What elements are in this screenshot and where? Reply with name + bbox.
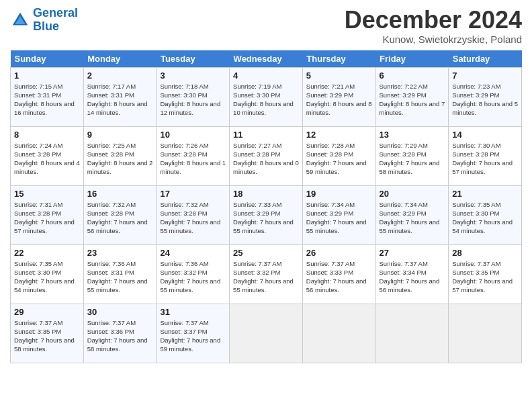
day-number: 1 xyxy=(14,71,80,81)
calendar-cell: 1 Sunrise: 7:15 AMSunset: 3:31 PMDayligh… xyxy=(11,67,84,126)
logo-text: General Blue xyxy=(33,7,78,34)
logo-line2: Blue xyxy=(33,19,59,33)
calendar-cell: 13 Sunrise: 7:29 AMSunset: 3:28 PMDaylig… xyxy=(375,126,449,185)
calendar-cell: 7 Sunrise: 7:23 AMSunset: 3:29 PMDayligh… xyxy=(449,67,522,126)
calendar-week-5: 29 Sunrise: 7:37 AMSunset: 3:35 PMDaylig… xyxy=(11,304,522,363)
calendar-table: SundayMondayTuesdayWednesdayThursdayFrid… xyxy=(10,50,522,363)
day-number: 17 xyxy=(160,189,226,199)
day-info: Sunrise: 7:29 AMSunset: 3:28 PMDaylight:… xyxy=(380,142,440,176)
location: Kunow, Swietokrzyskie, Poland xyxy=(345,34,522,45)
calendar-cell: 10 Sunrise: 7:26 AMSunset: 3:28 PMDaylig… xyxy=(157,126,230,185)
calendar-cell: 5 Sunrise: 7:21 AMSunset: 3:29 PMDayligh… xyxy=(302,67,375,126)
day-number: 7 xyxy=(452,71,518,81)
calendar-cell: 16 Sunrise: 7:32 AMSunset: 3:28 PMDaylig… xyxy=(83,185,157,244)
calendar-cell: 15 Sunrise: 7:31 AMSunset: 3:28 PMDaylig… xyxy=(11,185,84,244)
day-number: 10 xyxy=(160,130,226,140)
day-info: Sunrise: 7:35 AMSunset: 3:30 PMDaylight:… xyxy=(14,260,75,294)
weekday-header-wednesday: Wednesday xyxy=(230,50,303,68)
calendar-cell: 23 Sunrise: 7:36 AMSunset: 3:31 PMDaylig… xyxy=(83,244,157,304)
calendar-cell: 24 Sunrise: 7:36 AMSunset: 3:32 PMDaylig… xyxy=(157,244,230,304)
calendar-body: 1 Sunrise: 7:15 AMSunset: 3:31 PMDayligh… xyxy=(11,67,522,363)
calendar-cell: 14 Sunrise: 7:30 AMSunset: 3:28 PMDaylig… xyxy=(449,126,522,185)
day-number: 26 xyxy=(306,248,372,258)
calendar-cell: 21 Sunrise: 7:35 AMSunset: 3:30 PMDaylig… xyxy=(449,185,522,244)
day-number: 22 xyxy=(14,248,80,258)
calendar-cell: 8 Sunrise: 7:24 AMSunset: 3:28 PMDayligh… xyxy=(11,126,84,185)
calendar-cell: 22 Sunrise: 7:35 AMSunset: 3:30 PMDaylig… xyxy=(11,244,84,304)
day-number: 3 xyxy=(160,71,226,81)
calendar-cell: 2 Sunrise: 7:17 AMSunset: 3:31 PMDayligh… xyxy=(83,67,157,126)
day-info: Sunrise: 7:25 AMSunset: 3:28 PMDaylight:… xyxy=(87,142,153,176)
day-info: Sunrise: 7:32 AMSunset: 3:28 PMDaylight:… xyxy=(87,201,148,235)
day-info: Sunrise: 7:37 AMSunset: 3:32 PMDaylight:… xyxy=(233,260,294,294)
day-number: 14 xyxy=(452,130,518,140)
calendar-cell: 25 Sunrise: 7:37 AMSunset: 3:32 PMDaylig… xyxy=(230,244,303,304)
day-info: Sunrise: 7:19 AMSunset: 3:30 PMDaylight:… xyxy=(233,83,294,117)
day-info: Sunrise: 7:23 AMSunset: 3:29 PMDaylight:… xyxy=(452,83,518,117)
logo: General Blue xyxy=(10,7,78,34)
title-area: December 2024 Kunow, Swietokrzyskie, Pol… xyxy=(345,7,522,45)
day-info: Sunrise: 7:37 AMSunset: 3:34 PMDaylight:… xyxy=(380,260,440,294)
day-info: Sunrise: 7:33 AMSunset: 3:29 PMDaylight:… xyxy=(233,201,294,235)
day-info: Sunrise: 7:37 AMSunset: 3:35 PMDaylight:… xyxy=(452,260,513,294)
calendar-week-4: 22 Sunrise: 7:35 AMSunset: 3:30 PMDaylig… xyxy=(11,244,522,304)
day-info: Sunrise: 7:36 AMSunset: 3:31 PMDaylight:… xyxy=(87,260,148,294)
day-number: 16 xyxy=(87,189,153,199)
weekday-header-friday: Friday xyxy=(375,50,449,68)
day-number: 11 xyxy=(233,130,299,140)
calendar-cell: 6 Sunrise: 7:22 AMSunset: 3:29 PMDayligh… xyxy=(375,67,449,126)
day-info: Sunrise: 7:28 AMSunset: 3:28 PMDaylight:… xyxy=(306,142,367,176)
calendar-cell xyxy=(302,304,375,363)
day-info: Sunrise: 7:32 AMSunset: 3:28 PMDaylight:… xyxy=(160,201,220,235)
day-info: Sunrise: 7:27 AMSunset: 3:28 PMDaylight:… xyxy=(233,142,299,176)
day-number: 13 xyxy=(380,130,445,140)
weekday-header-thursday: Thursday xyxy=(302,50,375,68)
day-info: Sunrise: 7:21 AMSunset: 3:29 PMDaylight:… xyxy=(306,83,372,117)
calendar-cell: 27 Sunrise: 7:37 AMSunset: 3:34 PMDaylig… xyxy=(375,244,449,304)
calendar-cell: 31 Sunrise: 7:37 AMSunset: 3:37 PMDaylig… xyxy=(157,304,230,363)
day-number: 31 xyxy=(160,307,226,317)
logo-icon xyxy=(10,10,30,30)
calendar-cell xyxy=(375,304,449,363)
day-number: 18 xyxy=(233,189,299,199)
calendar-container: General Blue December 2024 Kunow, Swieto… xyxy=(0,0,532,411)
day-info: Sunrise: 7:37 AMSunset: 3:37 PMDaylight:… xyxy=(160,319,220,353)
day-number: 9 xyxy=(87,130,153,140)
day-info: Sunrise: 7:18 AMSunset: 3:30 PMDaylight:… xyxy=(160,83,220,117)
calendar-cell: 19 Sunrise: 7:34 AMSunset: 3:29 PMDaylig… xyxy=(302,185,375,244)
day-number: 2 xyxy=(87,71,153,81)
weekday-header-saturday: Saturday xyxy=(449,50,522,68)
calendar-week-2: 8 Sunrise: 7:24 AMSunset: 3:28 PMDayligh… xyxy=(11,126,522,185)
day-info: Sunrise: 7:26 AMSunset: 3:28 PMDaylight:… xyxy=(160,142,226,176)
day-number: 27 xyxy=(380,248,445,258)
day-number: 30 xyxy=(87,307,153,317)
day-number: 28 xyxy=(452,248,518,258)
day-info: Sunrise: 7:34 AMSunset: 3:29 PMDaylight:… xyxy=(306,201,367,235)
day-info: Sunrise: 7:34 AMSunset: 3:29 PMDaylight:… xyxy=(380,201,440,235)
calendar-cell: 11 Sunrise: 7:27 AMSunset: 3:28 PMDaylig… xyxy=(230,126,303,185)
day-info: Sunrise: 7:37 AMSunset: 3:36 PMDaylight:… xyxy=(87,319,148,353)
calendar-header: SundayMondayTuesdayWednesdayThursdayFrid… xyxy=(11,50,522,68)
day-number: 5 xyxy=(306,71,372,81)
calendar-cell: 30 Sunrise: 7:37 AMSunset: 3:36 PMDaylig… xyxy=(83,304,157,363)
day-number: 21 xyxy=(452,189,518,199)
weekday-header-row: SundayMondayTuesdayWednesdayThursdayFrid… xyxy=(11,50,522,68)
day-info: Sunrise: 7:35 AMSunset: 3:30 PMDaylight:… xyxy=(452,201,513,235)
weekday-header-sunday: Sunday xyxy=(11,50,84,68)
calendar-cell: 3 Sunrise: 7:18 AMSunset: 3:30 PMDayligh… xyxy=(157,67,230,126)
day-info: Sunrise: 7:15 AMSunset: 3:31 PMDaylight:… xyxy=(14,83,75,117)
day-info: Sunrise: 7:36 AMSunset: 3:32 PMDaylight:… xyxy=(160,260,220,294)
calendar-cell: 9 Sunrise: 7:25 AMSunset: 3:28 PMDayligh… xyxy=(83,126,157,185)
day-number: 6 xyxy=(380,71,445,81)
day-number: 15 xyxy=(14,189,80,199)
day-info: Sunrise: 7:22 AMSunset: 3:29 PMDaylight:… xyxy=(380,83,445,117)
day-number: 4 xyxy=(233,71,299,81)
day-number: 19 xyxy=(306,189,372,199)
calendar-cell: 4 Sunrise: 7:19 AMSunset: 3:30 PMDayligh… xyxy=(230,67,303,126)
calendar-cell: 17 Sunrise: 7:32 AMSunset: 3:28 PMDaylig… xyxy=(157,185,230,244)
calendar-cell xyxy=(230,304,303,363)
day-number: 25 xyxy=(233,248,299,258)
header: General Blue December 2024 Kunow, Swieto… xyxy=(10,7,522,45)
day-number: 29 xyxy=(14,307,80,317)
day-info: Sunrise: 7:17 AMSunset: 3:31 PMDaylight:… xyxy=(87,83,148,117)
